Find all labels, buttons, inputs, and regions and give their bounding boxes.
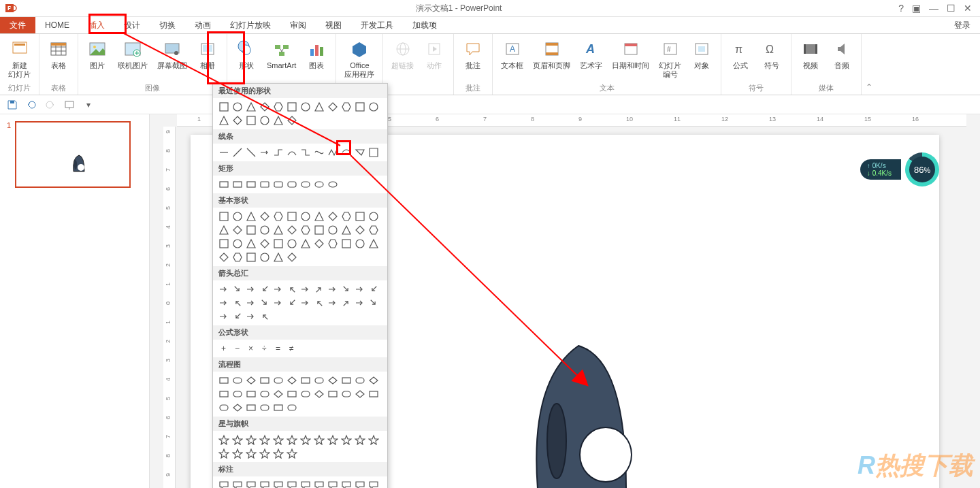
shape-flow-28[interactable] <box>272 401 285 414</box>
shape-flow-12[interactable] <box>217 387 231 401</box>
object-button[interactable]: 对象 <box>688 37 715 71</box>
shape-flow-25[interactable] <box>231 401 244 414</box>
smartart-button[interactable]: SmartArt <box>264 37 299 71</box>
shape-eq-0[interactable]: + <box>217 342 231 355</box>
shape-arrow-2[interactable] <box>244 282 258 296</box>
shape-call-11[interactable] <box>367 478 380 488</box>
shape-eq-1[interactable]: − <box>231 342 244 355</box>
shape-basic-8[interactable] <box>326 210 340 223</box>
shape-arrow-13[interactable] <box>231 296 244 310</box>
audio-button[interactable]: 音频 <box>828 37 855 71</box>
shape-lines-7[interactable] <box>312 146 326 159</box>
shape-flow-22[interactable] <box>353 387 367 401</box>
network-speed-widget[interactable]: ↑ 0K/s ↓ 0.4K/s 86% <box>860 152 939 186</box>
shape-basic-38[interactable] <box>244 250 258 264</box>
shape-flow-3[interactable] <box>258 374 272 387</box>
shape-basic-33[interactable] <box>340 237 353 250</box>
shape-basic-25[interactable] <box>231 237 244 250</box>
shape-arrow-17[interactable] <box>285 296 299 310</box>
shape-recent-2[interactable] <box>244 100 258 114</box>
shape-arrow-12[interactable] <box>217 296 231 310</box>
shape-call-4[interactable] <box>272 478 285 488</box>
slide-thumbnail[interactable] <box>15 121 131 188</box>
shape-lines-5[interactable] <box>285 146 299 159</box>
shape-star-9[interactable] <box>340 433 353 446</box>
header-footer-button[interactable]: 页眉和页脚 <box>530 37 573 71</box>
shape-basic-20[interactable] <box>326 223 340 237</box>
shape-basic-1[interactable] <box>231 210 244 223</box>
shape-recent-15[interactable] <box>258 114 272 127</box>
undo-icon[interactable] <box>24 98 38 112</box>
shape-arrow-19[interactable] <box>312 296 326 310</box>
shape-basic-3[interactable] <box>258 210 272 223</box>
shape-arrow-4[interactable] <box>272 282 285 296</box>
shape-flow-23[interactable] <box>367 387 380 401</box>
datetime-button[interactable]: 日期和时间 <box>609 37 652 71</box>
shape-flow-20[interactable] <box>326 387 340 401</box>
video-button[interactable]: 视频 <box>797 37 824 71</box>
shape-lines-2[interactable] <box>244 146 258 159</box>
shape-rect-3[interactable] <box>258 178 272 191</box>
new-slide-button[interactable]: 新建 幻灯片 <box>5 37 33 80</box>
shape-lines-9[interactable] <box>340 146 353 159</box>
shapes-gallery-dropdown[interactable]: 最近使用的形状线条矩形基本形状箭头总汇公式形状+−×÷=≠流程图星与旗帜标注 <box>212 83 388 488</box>
redo-icon[interactable] <box>44 98 57 112</box>
shape-call-10[interactable] <box>353 478 367 488</box>
shape-recent-0[interactable] <box>217 100 231 114</box>
shape-arrow-15[interactable] <box>258 296 272 310</box>
shape-basic-6[interactable] <box>299 210 312 223</box>
shape-flow-16[interactable] <box>272 387 285 401</box>
shape-star-1[interactable] <box>231 433 244 446</box>
shape-arrow-5[interactable] <box>285 282 299 296</box>
shape-basic-18[interactable] <box>299 223 312 237</box>
shape-flow-27[interactable] <box>258 401 272 414</box>
shape-basic-39[interactable] <box>258 250 272 264</box>
shape-eq-5[interactable]: ≠ <box>285 342 299 355</box>
shape-basic-11[interactable] <box>367 210 380 223</box>
shape-call-6[interactable] <box>299 478 312 488</box>
shape-star-12[interactable] <box>217 446 231 460</box>
shape-basic-22[interactable] <box>353 223 367 237</box>
shape-basic-16[interactable] <box>272 223 285 237</box>
shape-star-14[interactable] <box>244 446 258 460</box>
shape-recent-1[interactable] <box>231 100 244 114</box>
shape-arrow-25[interactable] <box>231 310 244 323</box>
shape-arrow-16[interactable] <box>272 296 285 310</box>
shape-flow-0[interactable] <box>217 374 231 387</box>
shape-recent-9[interactable] <box>340 100 353 114</box>
tab-insert[interactable]: 插入 <box>79 17 114 33</box>
shape-rect-1[interactable] <box>231 178 244 191</box>
shape-flow-13[interactable] <box>231 387 244 401</box>
shape-call-1[interactable] <box>231 478 244 488</box>
shape-call-0[interactable] <box>217 478 231 488</box>
shape-flow-10[interactable] <box>353 374 367 387</box>
shape-flow-2[interactable] <box>244 374 258 387</box>
shape-basic-5[interactable] <box>285 210 299 223</box>
tab-design[interactable]: 设计 <box>114 17 150 33</box>
tab-transition[interactable]: 切换 <box>150 17 185 33</box>
shape-eq-4[interactable]: = <box>272 342 285 355</box>
shape-arrow-7[interactable] <box>312 282 326 296</box>
shape-star-2[interactable] <box>244 433 258 446</box>
shape-basic-21[interactable] <box>340 223 353 237</box>
shape-flow-15[interactable] <box>258 387 272 401</box>
shape-lines-4[interactable] <box>272 146 285 159</box>
shape-lines-11[interactable] <box>367 146 380 159</box>
tab-view[interactable]: 视图 <box>316 17 351 33</box>
shape-call-2[interactable] <box>244 478 258 488</box>
shape-basic-41[interactable] <box>285 250 299 264</box>
shape-basic-0[interactable] <box>217 210 231 223</box>
shape-basic-10[interactable] <box>353 210 367 223</box>
shape-basic-15[interactable] <box>258 223 272 237</box>
shape-arrow-0[interactable] <box>217 282 231 296</box>
shape-basic-7[interactable] <box>312 210 326 223</box>
shape-basic-9[interactable] <box>340 210 353 223</box>
shape-flow-24[interactable] <box>217 401 231 414</box>
shape-basic-13[interactable] <box>231 223 244 237</box>
shape-star-13[interactable] <box>231 446 244 460</box>
collapse-ribbon-icon[interactable]: ⌃ <box>862 34 877 95</box>
shape-recent-10[interactable] <box>353 100 367 114</box>
shape-flow-9[interactable] <box>340 374 353 387</box>
shape-arrow-9[interactable] <box>340 282 353 296</box>
shape-eq-2[interactable]: × <box>244 342 258 355</box>
